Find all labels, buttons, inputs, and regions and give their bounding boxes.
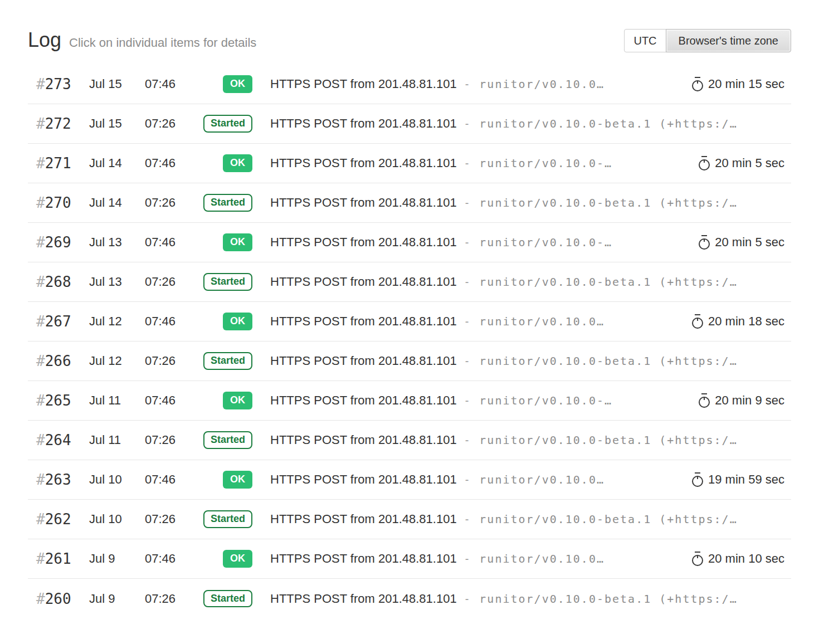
- log-row[interactable]: #264 Jul 11 07:26 Started HTTPS POST fro…: [28, 421, 791, 460]
- hash-prefix: #: [36, 392, 45, 409]
- log-row[interactable]: #265 Jul 11 07:46 OK HTTPS POST from 201…: [28, 381, 791, 421]
- event-date: Jul 12: [89, 354, 145, 368]
- event-time: 07:26: [145, 512, 198, 526]
- status-badge-cell: Started: [198, 273, 252, 291]
- log-row[interactable]: #268 Jul 13 07:26 Started HTTPS POST fro…: [28, 262, 791, 302]
- event-date: Jul 10: [89, 512, 145, 526]
- event-message: HTTPS POST from 201.48.81.101-runitor/v0…: [270, 235, 692, 250]
- event-number: #272: [36, 115, 89, 132]
- log-row[interactable]: #261 Jul 9 07:46 OK HTTPS POST from 201.…: [28, 539, 791, 579]
- hash-prefix: #: [36, 313, 45, 330]
- event-time: 07:26: [145, 196, 198, 210]
- message-text: HTTPS POST from 201.48.81.101: [270, 433, 457, 447]
- status-badge: Started: [203, 431, 252, 449]
- user-agent-text: runitor/v0.10.0-…: [479, 394, 612, 407]
- stopwatch-icon: [699, 235, 710, 250]
- dash-separator: -: [465, 157, 469, 169]
- event-message: HTTPS POST from 201.48.81.101-runitor/v0…: [270, 275, 784, 289]
- timezone-toggle: UTC Browser's time zone: [624, 29, 791, 52]
- event-date: Jul 11: [89, 393, 145, 408]
- browser-timezone-button[interactable]: Browser's time zone: [666, 29, 791, 52]
- stopwatch-icon: [692, 472, 703, 487]
- message-text: HTTPS POST from 201.48.81.101: [270, 156, 457, 170]
- event-date: Jul 13: [89, 235, 145, 250]
- log-row[interactable]: #273 Jul 15 07:46 OK HTTPS POST from 201…: [28, 65, 791, 104]
- log-row[interactable]: #260 Jul 9 07:26 Started HTTPS POST from…: [28, 579, 791, 618]
- event-date: Jul 11: [89, 433, 145, 447]
- duration-text: 20 min 10 sec: [708, 552, 784, 566]
- user-agent-text: runitor/v0.10.0-…: [479, 157, 612, 170]
- duration-text: 19 min 59 sec: [708, 472, 784, 487]
- duration-text: 20 min 9 sec: [715, 393, 784, 408]
- event-message: HTTPS POST from 201.48.81.101-runitor/v0…: [270, 77, 685, 91]
- user-agent-text: runitor/v0.10.0-beta.1 (+https:/…: [479, 433, 737, 447]
- log-row[interactable]: #262 Jul 10 07:26 Started HTTPS POST fro…: [28, 500, 791, 539]
- duration-text: 20 min 15 sec: [708, 77, 784, 91]
- hash-prefix: #: [36, 511, 45, 528]
- user-agent-text: runitor/v0.10.0-beta.1 (+https:/…: [479, 196, 737, 209]
- dash-separator: -: [465, 513, 469, 525]
- page-subtitle: Click on individual items for details: [69, 36, 256, 50]
- log-page: Log Click on individual items for detail…: [0, 0, 819, 618]
- dash-separator: -: [465, 276, 469, 288]
- user-agent-text: runitor/v0.10.0-beta.1 (+https:/…: [479, 592, 737, 606]
- message-text: HTTPS POST from 201.48.81.101: [270, 116, 457, 130]
- event-number: #260: [36, 591, 89, 607]
- duration: 20 min 5 sec: [699, 235, 784, 250]
- status-badge: OK: [223, 550, 252, 568]
- event-number: #270: [36, 194, 89, 211]
- status-badge: OK: [223, 313, 252, 330]
- status-badge-cell: Started: [198, 194, 252, 212]
- status-badge-cell: Started: [198, 352, 252, 370]
- dash-separator: -: [465, 355, 469, 367]
- status-badge-cell: Started: [198, 431, 252, 449]
- status-badge: OK: [223, 75, 252, 93]
- event-message: HTTPS POST from 201.48.81.101-runitor/v0…: [270, 393, 692, 408]
- user-agent-text: runitor/v0.10.0-beta.1 (+https:/…: [479, 513, 737, 526]
- log-row[interactable]: #270 Jul 14 07:26 Started HTTPS POST fro…: [28, 183, 791, 223]
- hash-prefix: #: [36, 155, 45, 172]
- status-badge-cell: Started: [198, 510, 252, 528]
- event-message: HTTPS POST from 201.48.81.101-runitor/v0…: [270, 196, 784, 210]
- event-time: 07:26: [145, 116, 198, 131]
- page-title: Log: [28, 28, 61, 52]
- event-message: HTTPS POST from 201.48.81.101-runitor/v0…: [270, 472, 685, 487]
- user-agent-text: runitor/v0.10.0…: [479, 552, 604, 565]
- user-agent-text: runitor/v0.10.0-beta.1 (+https:/…: [479, 117, 737, 130]
- message-text: HTTPS POST from 201.48.81.101: [270, 592, 457, 606]
- stopwatch-icon: [699, 155, 710, 171]
- event-date: Jul 15: [89, 116, 145, 131]
- status-badge-cell: OK: [198, 313, 252, 330]
- message-text: HTTPS POST from 201.48.81.101: [270, 472, 457, 486]
- event-date: Jul 12: [89, 314, 145, 329]
- log-row[interactable]: #266 Jul 12 07:26 Started HTTPS POST fro…: [28, 341, 791, 381]
- duration: 20 min 18 sec: [692, 314, 784, 329]
- dash-separator: -: [465, 315, 469, 328]
- event-time: 07:46: [145, 314, 198, 329]
- event-message: HTTPS POST from 201.48.81.101-runitor/v0…: [270, 592, 784, 606]
- dash-separator: -: [465, 394, 469, 407]
- status-badge-cell: Started: [198, 590, 252, 608]
- log-row[interactable]: #263 Jul 10 07:46 OK HTTPS POST from 201…: [28, 460, 791, 500]
- log-row[interactable]: #269 Jul 13 07:46 OK HTTPS POST from 201…: [28, 223, 791, 262]
- event-message: HTTPS POST from 201.48.81.101-runitor/v0…: [270, 156, 692, 170]
- message-text: HTTPS POST from 201.48.81.101: [270, 275, 457, 289]
- stopwatch-icon: [699, 393, 710, 408]
- log-table: #273 Jul 15 07:46 OK HTTPS POST from 201…: [28, 65, 791, 618]
- dash-separator: -: [465, 553, 469, 565]
- event-message: HTTPS POST from 201.48.81.101-runitor/v0…: [270, 552, 685, 566]
- log-row[interactable]: #267 Jul 12 07:46 OK HTTPS POST from 201…: [28, 302, 791, 341]
- user-agent-text: runitor/v0.10.0…: [479, 315, 604, 328]
- event-date: Jul 10: [89, 472, 145, 487]
- event-number: #265: [36, 392, 89, 409]
- log-row[interactable]: #272 Jul 15 07:26 Started HTTPS POST fro…: [28, 104, 791, 144]
- log-row[interactable]: #271 Jul 14 07:46 OK HTTPS POST from 201…: [28, 144, 791, 183]
- event-number: #269: [36, 234, 89, 251]
- event-message: HTTPS POST from 201.48.81.101-runitor/v0…: [270, 354, 784, 368]
- stopwatch-icon: [692, 551, 703, 567]
- utc-button[interactable]: UTC: [624, 29, 666, 52]
- message-text: HTTPS POST from 201.48.81.101: [270, 512, 457, 526]
- message-text: HTTPS POST from 201.48.81.101: [270, 354, 457, 368]
- event-message: HTTPS POST from 201.48.81.101-runitor/v0…: [270, 512, 784, 526]
- status-badge-cell: OK: [198, 550, 252, 568]
